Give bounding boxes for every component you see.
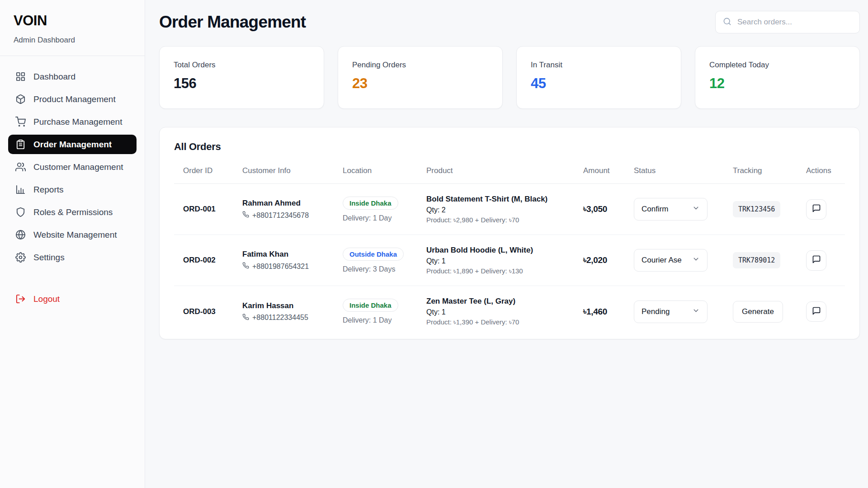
- tracking-cell: TRK789012: [724, 252, 797, 268]
- order-id: ORD-002: [174, 256, 233, 265]
- column-header-order-id: Order ID: [174, 166, 233, 175]
- column-header-amount: Amount: [574, 166, 625, 175]
- stat-label: Completed Today: [709, 61, 845, 70]
- sidebar-item-website-management[interactable]: Website Management: [8, 225, 137, 244]
- customer-name: Rahman Ahmed: [242, 199, 334, 208]
- brand-subtitle: Admin Dashboard: [0, 29, 145, 56]
- location-cell: Inside Dhaka Delivery: 1 Day: [334, 197, 417, 222]
- package-icon: [15, 94, 26, 104]
- nav-item-label: Customer Management: [33, 162, 123, 172]
- stat-card: In Transit 45: [516, 46, 681, 109]
- nav-item-label: Order Management: [33, 140, 112, 150]
- column-header-location: Location: [334, 166, 417, 175]
- dashboard-icon: [15, 71, 26, 82]
- search-box[interactable]: [715, 11, 860, 33]
- stat-value: 156: [174, 75, 310, 92]
- product-name: Urban Bold Hoodie (L, White): [426, 246, 574, 255]
- sidebar-nav: Dashboard Product Management Purchase Ma…: [0, 56, 145, 309]
- actions-cell: [797, 301, 845, 322]
- location-badge: Inside Dhaka: [343, 299, 398, 312]
- tracking-code-badge: TRK123456: [733, 201, 780, 217]
- sidebar-item-purchase-management[interactable]: Purchase Management: [8, 112, 137, 131]
- search-icon: [723, 17, 731, 28]
- status-cell: Pending: [625, 300, 724, 323]
- order-id: ORD-001: [174, 205, 233, 214]
- logout-icon: [15, 294, 26, 304]
- product-name: Zen Master Tee (L, Gray): [426, 297, 574, 306]
- chat-icon: [812, 204, 821, 215]
- chevron-down-icon: [692, 307, 700, 317]
- sidebar-item-settings[interactable]: Settings: [8, 248, 137, 267]
- status-select-value: Pending: [642, 307, 670, 316]
- nav-item-label: Product Management: [33, 94, 116, 104]
- chat-button[interactable]: [806, 250, 826, 271]
- table-row: ORD-001 Rahman Ahmed +8801712345678 Insi…: [174, 184, 845, 235]
- delivery-time: Delivery: 1 Day: [343, 214, 417, 222]
- status-select-value: Courier Ase: [642, 256, 682, 265]
- sidebar-item-roles-permissions[interactable]: Roles & Permissions: [8, 202, 137, 222]
- sidebar-item-product-management[interactable]: Product Management: [8, 89, 137, 109]
- customer-phone-number: +8801122334455: [252, 314, 308, 322]
- globe-icon: [15, 230, 26, 240]
- customer-name: Fatima Khan: [242, 250, 334, 259]
- search-input[interactable]: [736, 17, 852, 27]
- price-breakdown: Product: ৳2,980 + Delivery: ৳70: [426, 216, 574, 224]
- product-cell: Bold Statement T-Shirt (M, Black) Qty: 2…: [417, 195, 574, 224]
- nav-item-label: Logout: [33, 294, 60, 304]
- order-id: ORD-003: [174, 307, 233, 316]
- actions-cell: [797, 250, 845, 271]
- sidebar-item-customer-management[interactable]: Customer Management: [8, 157, 137, 177]
- column-header-status: Status: [625, 166, 724, 175]
- nav-item-label: Dashboard: [33, 72, 75, 82]
- nav-item-label: Purchase Management: [33, 117, 122, 127]
- stat-card: Pending Orders 23: [338, 46, 503, 109]
- generate-tracking-button[interactable]: Generate: [733, 301, 783, 323]
- product-cell: Urban Bold Hoodie (L, White) Qty: 1 Prod…: [417, 246, 574, 275]
- chat-button[interactable]: [806, 301, 826, 322]
- customer-phone-number: +8801712345678: [252, 211, 309, 220]
- orders-card: All Orders Order IDCustomer InfoLocation…: [159, 127, 860, 339]
- nav-item-label: Reports: [33, 185, 64, 195]
- order-amount: ৳1,460: [574, 307, 625, 317]
- sidebar-item-order-management[interactable]: Order Management: [8, 135, 137, 154]
- customer-phone-number: +8801987654321: [252, 263, 309, 271]
- customer-phone: +8801712345678: [242, 211, 334, 220]
- location-badge: Outside Dhaka: [343, 248, 404, 261]
- actions-cell: [797, 199, 845, 220]
- clipboard-icon: [15, 139, 26, 150]
- page-title: Order Management: [159, 13, 306, 32]
- stat-label: Total Orders: [174, 61, 310, 70]
- stat-label: In Transit: [531, 61, 667, 70]
- customer-name: Karim Hassan: [242, 301, 334, 310]
- product-cell: Zen Master Tee (L, Gray) Qty: 1 Product:…: [417, 297, 574, 326]
- status-select[interactable]: Pending: [634, 300, 708, 323]
- customer-info-cell: Karim Hassan +8801122334455: [233, 301, 334, 322]
- phone-icon: [242, 314, 249, 322]
- delivery-time: Delivery: 1 Day: [343, 316, 417, 324]
- tracking-code-badge: TRK789012: [733, 252, 780, 268]
- orders-card-title: All Orders: [174, 141, 845, 153]
- sidebar-item-dashboard[interactable]: Dashboard: [8, 67, 137, 86]
- stat-card: Completed Today 12: [695, 46, 860, 109]
- tracking-cell: TRK123456: [724, 201, 797, 217]
- orders-table-header: Order IDCustomer InfoLocationProductAmou…: [174, 166, 845, 184]
- chat-button[interactable]: [806, 199, 826, 220]
- stat-card: Total Orders 156: [159, 46, 324, 109]
- delivery-time: Delivery: 3 Days: [343, 265, 417, 273]
- cart-icon: [15, 117, 26, 127]
- column-header-customer-info: Customer Info: [233, 166, 334, 175]
- sidebar: VOIN Admin Dashboard Dashboard Product M…: [0, 0, 145, 488]
- price-breakdown: Product: ৳1,390 + Delivery: ৳70: [426, 318, 574, 326]
- status-cell: Courier Ase: [625, 249, 724, 272]
- stat-value: 45: [531, 75, 667, 92]
- shield-icon: [15, 207, 26, 217]
- sidebar-item-reports[interactable]: Reports: [8, 180, 137, 199]
- location-cell: Outside Dhaka Delivery: 3 Days: [334, 248, 417, 273]
- main-header: Order Management: [159, 11, 860, 33]
- status-select[interactable]: Courier Ase: [634, 249, 708, 272]
- sidebar-item-logout[interactable]: Logout: [8, 289, 137, 309]
- status-select-value: Confirm: [642, 205, 669, 214]
- stat-value: 23: [352, 75, 488, 92]
- customer-info-cell: Rahman Ahmed +8801712345678: [233, 199, 334, 220]
- status-select[interactable]: Confirm: [634, 198, 708, 221]
